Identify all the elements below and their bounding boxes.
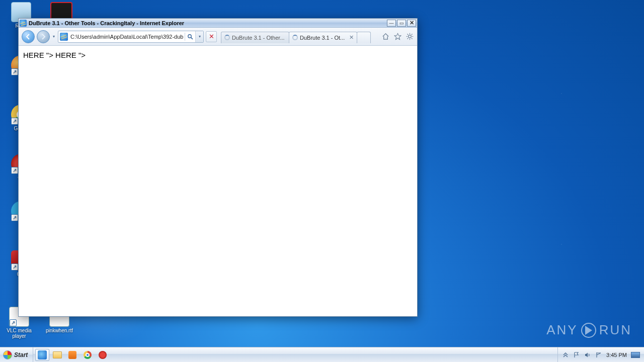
maximize-button[interactable]: ▭: [397, 20, 406, 27]
search-icon: [187, 34, 193, 40]
shortcut-badge-icon: ↗: [11, 118, 18, 125]
media-player-icon: [68, 351, 76, 359]
back-button[interactable]: [22, 30, 35, 43]
tray-monitor-icon[interactable]: [631, 352, 640, 358]
title-bar[interactable]: DuBrute 3.1 - Other Tools - CrackingItal…: [19, 19, 417, 28]
start-label: Start: [14, 351, 28, 358]
watermark-text-left: ANY: [546, 322, 578, 338]
page-ie-icon: [60, 33, 68, 41]
speaker-icon: [585, 352, 591, 358]
taskbar-item-ie[interactable]: [35, 349, 49, 361]
arrow-right-icon: [40, 34, 46, 40]
shortcut-badge-icon: ↗: [10, 319, 17, 326]
tab-label: DuBrute 3.1 - Ot...: [300, 35, 347, 41]
shortcut-badge-icon: ↗: [11, 68, 18, 75]
star-icon: [394, 33, 401, 40]
tools-button[interactable]: [405, 32, 414, 41]
svg-line-9: [407, 38, 408, 39]
shortcut-badge-icon: ↗: [11, 263, 18, 270]
svg-point-2: [408, 35, 411, 38]
tray-clock[interactable]: 3:45 PM: [606, 352, 627, 358]
home-button[interactable]: [381, 32, 390, 41]
tab-strip: DuBrute 3.1 - Other... DuBrute 3.1 - Ot.…: [221, 30, 370, 43]
svg-point-0: [188, 34, 191, 37]
minimize-button[interactable]: —: [387, 20, 396, 27]
shortcut-badge-icon: ↗: [11, 214, 18, 221]
svg-line-8: [411, 38, 412, 39]
page-body-text: HERE "> HERE ">: [23, 51, 86, 59]
address-bar[interactable]: ▾: [58, 31, 204, 43]
window-title: DuBrute 3.1 - Other Tools - CrackingItal…: [29, 20, 184, 26]
address-input[interactable]: [69, 34, 185, 40]
start-button[interactable]: Start: [0, 347, 33, 362]
ie-icon: [38, 350, 47, 359]
forward-button[interactable]: [37, 30, 50, 43]
icon-label: VLC media player: [1, 328, 37, 339]
taskbar-item-chrome[interactable]: [80, 349, 95, 361]
opera-icon: [99, 351, 107, 359]
toolbar: ▾ ▾ ✕ DuBrute 3.1 - Other...: [19, 28, 417, 46]
play-ring-icon: [581, 323, 596, 338]
arrow-left-icon: [25, 34, 31, 40]
taskbar: Start 3:45 PM: [0, 347, 644, 362]
windows-orb-icon: [3, 350, 12, 359]
play-triangle-icon: [585, 326, 592, 335]
nav-history-dropdown[interactable]: ▾: [52, 34, 56, 39]
svg-line-7: [407, 34, 408, 35]
system-tray: 3:45 PM: [557, 347, 644, 362]
svg-line-10: [411, 34, 412, 35]
tray-volume[interactable]: [584, 351, 591, 358]
close-button[interactable]: ✕: [407, 20, 416, 27]
folder-icon: [53, 351, 62, 358]
taskbar-item-opera[interactable]: [96, 349, 110, 361]
icon-label: pinkwhen.rtf: [43, 328, 75, 333]
tray-show-hidden-icons[interactable]: [562, 351, 569, 358]
tab-2-active[interactable]: DuBrute 3.1 - Ot... ✕: [289, 32, 357, 43]
loading-spinner-icon: [292, 35, 298, 40]
anyrun-watermark: ANY RUN: [546, 322, 632, 338]
shortcut-badge-icon: ↗: [11, 167, 18, 174]
ie-window: DuBrute 3.1 - Other Tools - CrackingItal…: [18, 18, 418, 317]
tab-label: DuBrute 3.1 - Other...: [232, 35, 286, 41]
tray-action-center[interactable]: [573, 351, 580, 358]
taskbar-item-explorer[interactable]: [50, 349, 64, 361]
loading-spinner-icon: [224, 35, 230, 40]
address-dropdown[interactable]: ▾: [195, 31, 203, 42]
flag-icon: [574, 352, 580, 358]
svg-line-1: [191, 37, 193, 39]
chevrons-up-icon: [563, 352, 568, 357]
tray-notification-flag[interactable]: [595, 351, 602, 358]
home-icon: [382, 33, 389, 40]
stop-x-icon: ✕: [209, 33, 214, 40]
taskbar-items: [33, 347, 112, 362]
stop-button[interactable]: ✕: [206, 31, 217, 42]
page-content: HERE "> HERE ">: [19, 47, 417, 316]
watermark-text-right: RUN: [599, 322, 632, 338]
new-tab-button[interactable]: [357, 32, 371, 43]
desktop: Recy ↗ Fir ↗ Go Ch ↗ Op ↗ Sk ↗ CCl ↗ VLC…: [0, 0, 644, 362]
ie-icon: [20, 20, 27, 27]
chrome-icon: [84, 351, 92, 359]
tab-1[interactable]: DuBrute 3.1 - Other...: [221, 32, 289, 43]
gear-icon: [406, 33, 414, 40]
search-button[interactable]: [185, 34, 195, 40]
taskbar-item-media-player[interactable]: [65, 349, 79, 361]
tab-close-icon[interactable]: ✕: [349, 34, 354, 41]
pennant-icon: [596, 352, 602, 358]
favorites-button[interactable]: [393, 32, 402, 41]
